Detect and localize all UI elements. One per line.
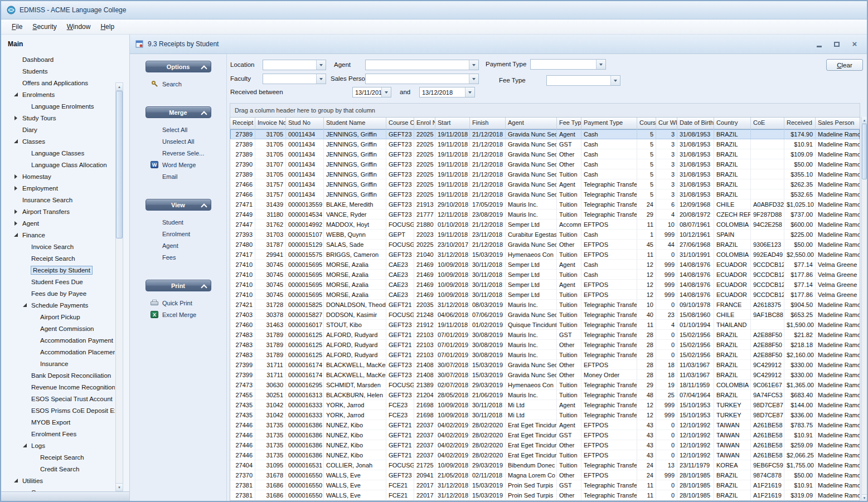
sidebar-item-esos-prisms-coe-deposit-export[interactable]: ESOS Prisms CoE Deposit Export (1, 404, 115, 416)
minimize-button[interactable] (813, 40, 825, 48)
table-row[interactable]: 27473306300000016295SCHMIDT, MarsdenFOCU… (230, 380, 860, 390)
date-to-field[interactable]: 13/12/2018 (419, 87, 475, 98)
scroll-down-button[interactable]: ▼ (862, 494, 867, 501)
group-header-merge[interactable]: Merge (146, 106, 211, 118)
sidebar-item-invoice-search[interactable]: Invoice Search (1, 241, 115, 252)
sidebar-item-receipt-search[interactable]: Receipt Search (1, 252, 115, 264)
scroll-up-button[interactable]: ▲ (862, 117, 867, 124)
table-row[interactable]: 27410307450000015695MORSE, AzaliaCAE2321… (230, 290, 860, 300)
sidebar-item-offers-and-applications[interactable]: Offers and Applications (1, 77, 115, 89)
scroll-down-button[interactable]: ▼ (116, 483, 123, 491)
collapse-arrow-icon[interactable] (12, 91, 20, 98)
clear-button[interactable]: Clear (826, 59, 863, 71)
sidebar-item-credit-search[interactable]: Credit Search (1, 463, 115, 475)
table-row[interactable]: 27447317620000014992MADDOX, HoytFOCUSGEN… (230, 220, 860, 230)
sidebar-item-language-enrolments[interactable]: Language Enrolments (1, 100, 115, 112)
sidebar-item-bank-deposit-reconciliation[interactable]: Bank Deposit Reconciliation (1, 369, 115, 381)
table-row[interactable]: 27446317350000016386NUNEZ, KiboGEFT21220… (230, 420, 860, 430)
panel-item-enrolment[interactable]: Enrolment (130, 228, 226, 240)
expand-arrow-icon[interactable] (12, 184, 20, 192)
collapse-arrow-icon[interactable] (12, 231, 20, 238)
table-row[interactable]: 27410307450000015695MORSE, AzaliaCAE2321… (230, 260, 860, 270)
column-header-invoice-no[interactable]: Invoice No (255, 118, 286, 129)
sidebar-item-airport-transfers[interactable]: Airport Transfers (1, 206, 115, 217)
sidebar-item-study-tours[interactable]: Study Tours (1, 112, 115, 124)
sidebar-item-finance[interactable]: Finance (1, 229, 115, 241)
sidebar-item-receipts-by-student[interactable]: Receipts by Student (1, 264, 115, 276)
group-header-print[interactable]: Print (146, 280, 211, 291)
table-row[interactable]: 27471314390000013559BLAKE, MeredithGEFT2… (230, 199, 860, 209)
column-header-payment-type[interactable]: Payment Type (581, 118, 637, 129)
panel-item-email[interactable]: Email (130, 170, 226, 182)
sidebar-item-utilities[interactable]: Utilities (1, 475, 115, 486)
expand-arrow-icon[interactable] (12, 173, 20, 180)
faculty-select[interactable] (263, 74, 326, 84)
table-row[interactable]: 27381316860000016550WALLS, EveFCE2122017… (230, 490, 860, 500)
table-row[interactable]: 27381316860000016550WALLS, EveFCE2122017… (230, 480, 860, 490)
column-header-coe[interactable]: CoE (751, 118, 784, 129)
sidebar-item-accommodation-placement[interactable]: Accommodation Placement (1, 346, 115, 358)
expand-arrow-icon[interactable] (12, 220, 20, 227)
payment-type-dropdown-button[interactable] (596, 60, 605, 69)
table-row[interactable]: 274663175700011434JENNINGS, GriffinGEFT2… (230, 179, 860, 189)
table-row[interactable]: 27399317110000016174BLACKWELL, MacKenzie… (230, 370, 860, 380)
column-header-enrol-no[interactable]: Enrol No (414, 118, 435, 129)
panel-item-quick-print[interactable]: Quick Print (130, 297, 226, 309)
column-header-stud-no[interactable]: Stud No (286, 118, 324, 129)
sidebar-item-fees-due-by-payee[interactable]: Fees due by Payee (1, 287, 115, 299)
faculty-dropdown-button[interactable] (316, 74, 326, 84)
date-to-dropdown-button[interactable] (465, 87, 474, 97)
table-row[interactable]: 27446317350000016386NUNEZ, KiboGEFT21220… (230, 450, 860, 460)
menu-item-security[interactable]: Security (27, 21, 61, 32)
panel-item-excel-merge[interactable]: XExcel Merge (130, 309, 226, 320)
date-from-field[interactable]: 13/11/2018 (352, 87, 391, 98)
sidebar-item-language-class-allocation[interactable]: Language Class Allocation (1, 159, 115, 170)
group-by-bar[interactable]: Drag a column header here to group by th… (230, 103, 860, 117)
menu-item-file[interactable]: File (7, 21, 27, 32)
table-row[interactable]: 27455302510000016313BLACKBURN, HelenGEFT… (230, 390, 860, 400)
column-header-course[interactable]: Course (637, 118, 656, 129)
grid-scrollbar[interactable]: ▲ ▼ (861, 117, 867, 501)
table-row[interactable]: 27460314630000016017STOUT, KiboGEFT23219… (230, 320, 860, 330)
table-row[interactable]: 27446317350000016386NUNEZ, KiboGEFT21220… (230, 430, 860, 440)
sidebar-item-employment[interactable]: Employment (1, 182, 115, 194)
collapse-arrow-icon[interactable] (21, 301, 29, 309)
sidebar-item-logs[interactable]: Logs (1, 440, 115, 451)
location-select[interactable] (263, 60, 326, 70)
table-row[interactable]: 27421317280000015825DONALDSON, TheodoreG… (230, 300, 860, 310)
table-row[interactable]: 27435310420000016333YORK, JarrodFCE23216… (230, 400, 860, 410)
column-header-sales-person[interactable]: Sales Person (816, 118, 860, 129)
panel-item-agent[interactable]: Agent (130, 240, 226, 251)
sidebar-item-myob-export[interactable]: MYOB Export (1, 416, 115, 428)
sidebar-item-diary[interactable]: Diary (1, 124, 115, 135)
sidebar-item-schedule-payments[interactable]: Schedule Payments (1, 299, 115, 311)
table-row[interactable]: 27403303780000015827DODSON, KasimirFOCUS… (230, 310, 860, 320)
table-row[interactable]: 27410307450000015695MORSE, AzaliaCAE2321… (230, 280, 860, 290)
column-header-date-of-birth[interactable]: Date of Birth (677, 118, 714, 129)
sidebar-item-homestay[interactable]: Homestay (1, 170, 115, 182)
scroll-up-button[interactable]: ▲ (116, 83, 123, 91)
group-header-options[interactable]: Options (146, 61, 211, 72)
sales-person-select[interactable] (365, 74, 479, 84)
table-row[interactable]: 27483317890000016125ALFORD, RudyardGEFT2… (230, 330, 860, 340)
sidebar-item-esos-special-trust-account[interactable]: ESOS Special Trust Account (1, 393, 115, 404)
menu-item-window[interactable]: Window (62, 21, 96, 32)
panel-item-reverse-sele[interactable]: Reverse Sele... (130, 147, 226, 159)
close-button[interactable]: × (849, 40, 860, 48)
table-row[interactable]: 27399317110000016174BLACKWELL, MacKenzie… (230, 360, 860, 370)
table-row[interactable]: 27483317890000016125ALFORD, RudyardGEFT2… (230, 350, 860, 360)
sidebar-item-classes[interactable]: Classes (1, 135, 115, 147)
sidebar-item-student-fees-due[interactable]: Student Fees Due (1, 276, 115, 287)
fee-type-dropdown-button[interactable] (610, 76, 620, 85)
column-header-received[interactable]: Received (784, 118, 816, 129)
table-row[interactable]: 273893170500011434JENNINGS, GriffinGEFT2… (230, 129, 860, 139)
column-header-cur-wk[interactable]: Cur Wk (656, 118, 677, 129)
column-header-course-code[interactable]: Course Code (386, 118, 414, 129)
sidebar-item-agent[interactable]: Agent (1, 217, 115, 229)
sidebar-item-language-classes[interactable]: Language Classes (1, 147, 115, 159)
table-row[interactable]: 27480317870000015129SALAS, SadeFOCUSGEN2… (230, 240, 860, 250)
menu-item-help[interactable]: Help (95, 21, 119, 32)
table-row[interactable]: 273893170500011434JENNINGS, GriffinGEFT2… (230, 169, 860, 179)
column-header-student-name[interactable]: Student Name (324, 118, 386, 129)
sidebar-item-insurance-search[interactable]: Insurance Search (1, 194, 115, 206)
